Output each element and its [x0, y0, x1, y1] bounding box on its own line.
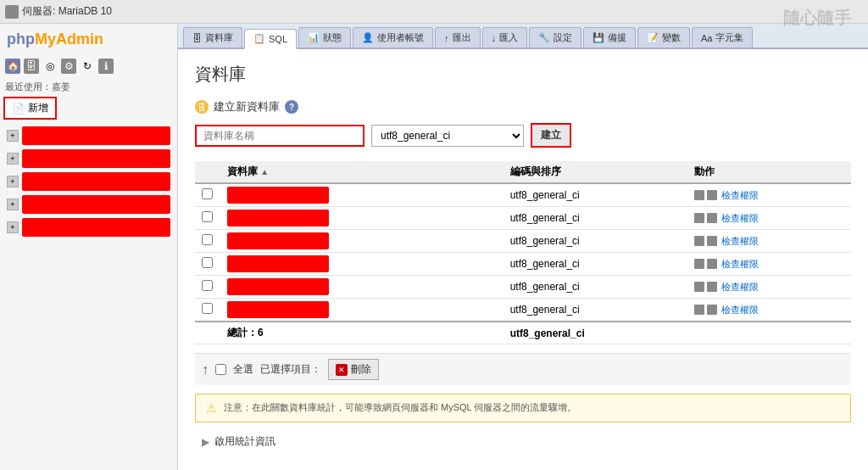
expand-icon[interactable]: + [7, 176, 19, 187]
import-tab-icon: ↓ [492, 33, 497, 43]
nav-tabs: 🗄 資料庫 📋 SQL 📊 狀態 👤 使用者帳號 ↑ 匯出 ↓ 匯入 [178, 24, 868, 49]
help-icon[interactable]: ? [285, 100, 298, 114]
action-link-2[interactable]: 檢查權限 [721, 236, 759, 246]
db-name-block-5[interactable] [227, 301, 329, 318]
sidebar-icons: 🏠 🗄 ◎ ⚙ ↻ ℹ [3, 57, 174, 76]
page-title: 資料庫 [195, 63, 851, 86]
circle-icon[interactable]: ◎ [42, 59, 58, 74]
db-name-block[interactable] [22, 218, 170, 237]
tab-sql[interactable]: 📋 SQL [244, 29, 297, 49]
expand-icon[interactable]: + [7, 199, 19, 210]
tab-charset[interactable]: Aa 字元集 [692, 27, 753, 48]
tab-vars[interactable]: 📝 變數 [637, 27, 690, 48]
col-encoding-header: 編碼與排序 [504, 161, 687, 183]
home-icon[interactable]: 🏠 [5, 59, 20, 74]
db-name-block[interactable] [22, 149, 170, 168]
top-bar-title: 伺服器: MariaDB 10 [22, 4, 112, 19]
row-checkbox-5[interactable] [202, 303, 213, 314]
action-link-3[interactable]: 檢查權限 [721, 259, 759, 269]
expand-icon[interactable]: + [7, 221, 19, 233]
charset-select[interactable]: utf8_general_ci utf8_unicode_ci latin1_s… [371, 125, 524, 147]
backup-tab-icon: 💾 [593, 32, 604, 43]
db-list: + + + + + [3, 125, 174, 467]
tab-vars-label: 變數 [662, 31, 681, 44]
db-icon[interactable]: 🗄 [24, 59, 39, 74]
row-checkbox-1[interactable] [202, 211, 213, 222]
section-header: 🗄 建立新資料庫 ? [195, 99, 851, 115]
row-checkbox-4[interactable] [202, 280, 213, 291]
db-name-block-1[interactable] [227, 210, 329, 227]
row-checkbox-2[interactable] [202, 234, 213, 245]
table-total-row: 總計：6 utf8_general_ci [195, 322, 851, 344]
stats-link[interactable]: ▶ 啟用統計資訊 [195, 431, 851, 452]
info-icon[interactable]: ℹ [98, 59, 114, 74]
action-icon2-3 [707, 259, 717, 269]
status-tab-icon: 📊 [308, 32, 320, 43]
db-name-block-2[interactable] [227, 232, 329, 249]
table-row: utf8_general_ci 檢查權限 [195, 276, 851, 299]
list-item: + [3, 216, 174, 238]
action-link-5[interactable]: 檢查權限 [721, 305, 759, 315]
table-row: utf8_general_ci 檢查權限 [195, 299, 851, 322]
warning-box: ⚠ 注意：在此關數資料庫統計，可能導致網頁伺服器和 MySQL 伺服器之間的流量… [195, 394, 851, 422]
tab-status[interactable]: 📊 狀態 [298, 27, 351, 48]
create-button[interactable]: 建立 [531, 123, 571, 148]
tab-users[interactable]: 👤 使用者帳號 [353, 27, 433, 48]
tab-database[interactable]: 🗄 資料庫 [183, 27, 242, 48]
table-row: utf8_general_ci 檢查權限 [195, 183, 851, 207]
db-name-block[interactable] [22, 195, 170, 214]
expand-icon[interactable]: + [7, 130, 19, 142]
row-encoding-2: utf8_general_ci [504, 230, 687, 253]
users-tab-icon: 👤 [362, 32, 374, 43]
recent-label: 最近使用：嘉姜 [3, 81, 174, 93]
select-all-label: 全選 [233, 362, 253, 377]
action-icon-2 [694, 236, 704, 246]
sql-tab-icon: 📋 [253, 33, 265, 44]
main-layout: phpMyAdmin 🏠 🗄 ◎ ⚙ ↻ ℹ 最近使用：嘉姜 📄 新增 + + [0, 24, 868, 470]
tab-charset-label: 字元集 [715, 31, 743, 44]
db-name-block[interactable] [22, 126, 170, 145]
col-action-header: 動作 [687, 161, 851, 183]
logo: phpMyAdmin [3, 27, 174, 52]
refresh-icon[interactable]: ↻ [80, 59, 95, 74]
gear-icon[interactable]: ⚙ [61, 59, 76, 74]
table-row: utf8_general_ci 檢查權限 [195, 207, 851, 230]
action-link-1[interactable]: 檢查權限 [721, 213, 759, 223]
row-checkbox-3[interactable] [202, 257, 213, 268]
arrow-icon: ↑ [202, 362, 209, 378]
total-encoding: utf8_general_ci [504, 322, 687, 344]
list-item: + [3, 148, 174, 170]
select-all-checkbox[interactable] [215, 364, 226, 375]
tab-settings[interactable]: 🔧 設定 [529, 27, 581, 48]
action-icon2-0 [707, 190, 717, 200]
stats-arrow-icon: ▶ [202, 436, 209, 448]
db-name-input[interactable] [195, 125, 364, 147]
db-name-block-4[interactable] [227, 278, 329, 295]
create-db-row: utf8_general_ci utf8_unicode_ci latin1_s… [195, 123, 851, 148]
table-row: utf8_general_ci 檢查權限 [195, 253, 851, 276]
db-name-block-0[interactable] [227, 187, 329, 204]
section-icon: 🗄 [195, 100, 209, 114]
col-db-header[interactable]: 資料庫 ▲ [220, 161, 504, 183]
delete-button[interactable]: ✕ 刪除 [328, 359, 379, 380]
table-row: utf8_general_ci 檢查權限 [195, 230, 851, 253]
action-link-4[interactable]: 檢查權限 [721, 282, 759, 292]
action-icon2-1 [707, 213, 717, 223]
vars-tab-icon: 📝 [647, 32, 659, 43]
row-encoding-5: utf8_general_ci [504, 299, 687, 322]
db-name-block-3[interactable] [227, 255, 329, 272]
action-link-0[interactable]: 檢查權限 [721, 190, 759, 200]
tab-backup[interactable]: 💾 備援 [583, 27, 636, 48]
expand-icon[interactable]: + [7, 153, 19, 165]
db-name-block[interactable] [22, 172, 170, 191]
action-bar: ↑ 全選 已選擇項目： ✕ 刪除 [195, 353, 851, 385]
action-icon-0 [694, 190, 704, 200]
new-button[interactable]: 📄 新增 [3, 97, 57, 120]
row-encoding-4: utf8_general_ci [504, 276, 687, 299]
row-checkbox-0[interactable] [202, 188, 213, 199]
tab-import[interactable]: ↓ 匯入 [482, 27, 528, 48]
sidebar: phpMyAdmin 🏠 🗄 ◎ ⚙ ↻ ℹ 最近使用：嘉姜 📄 新增 + + [0, 24, 178, 470]
tab-export[interactable]: ↑ 匯出 [435, 27, 481, 48]
list-item: + [3, 193, 174, 215]
db-tab-icon: 🗄 [192, 33, 202, 43]
